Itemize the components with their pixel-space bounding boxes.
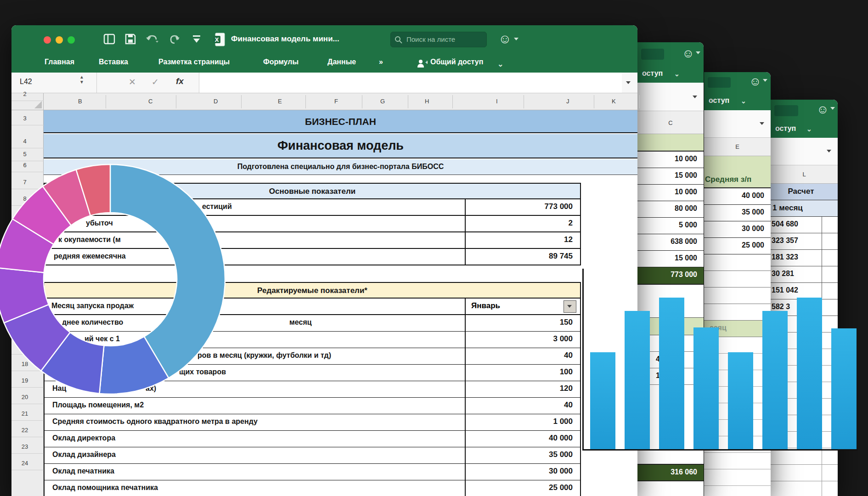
value-cell: 638 000 [637, 234, 704, 251]
ribbon-tab-1[interactable]: Главная [45, 58, 74, 66]
share-button[interactable]: Общий доступ [430, 58, 483, 66]
insert-function-icon[interactable]: fx [176, 76, 184, 86]
toggle-sidebar-icon[interactable] [103, 33, 115, 45]
column-header-I[interactable]: I [496, 98, 498, 105]
edit-label-fragment: Оклад печатника [52, 467, 114, 475]
ribbon-tab-3[interactable]: Разметка страницы [158, 58, 230, 66]
bar-8 [831, 328, 857, 449]
value-text: 323 357 [772, 237, 798, 245]
smiley-dropdown-icon[interactable] [830, 107, 835, 110]
desktop-background: ☺ оступ ⌄ L Расчет1 месяц504 680323 3571… [0, 0, 868, 496]
confirm-entry-icon[interactable]: ✓ [152, 77, 159, 87]
row-number-23[interactable]: 23 [11, 443, 38, 450]
ribbon-tab-5[interactable]: Данные [327, 58, 356, 66]
cell-divider [465, 414, 466, 431]
column-header-B[interactable]: B [78, 98, 82, 105]
smiley-dropdown-icon[interactable] [696, 51, 700, 54]
edit-label-fragment: Оклад помощника печатника [52, 484, 158, 492]
edit-row-7: Средняя стоимость одного квадратного мет… [44, 414, 581, 431]
ribbon-tab-4[interactable]: Формулы [263, 58, 299, 66]
row-number-21[interactable]: 21 [11, 410, 38, 417]
row-number-5[interactable]: 5 [11, 151, 38, 158]
edit-value: 100 [560, 367, 573, 377]
ribbon-tab-6[interactable]: » [379, 58, 383, 66]
svg-text:X: X [215, 36, 219, 43]
column-header-E[interactable]: E [278, 98, 282, 105]
formula-bar: L42 ▲▼ ✕ ✓ fx [11, 73, 637, 93]
row-number-2[interactable]: 2 [11, 90, 38, 97]
column-header-H[interactable]: H [425, 98, 429, 105]
value-cell: 25 000 [704, 238, 771, 254]
value-cell: 30 281 [771, 266, 838, 283]
row-number-4[interactable]: 4 [11, 138, 38, 145]
namebox-spinner[interactable]: ▲▼ [79, 74, 84, 85]
window4-formula-bar[interactable] [771, 138, 838, 165]
bar-4 [693, 327, 719, 449]
window2-formula-bar[interactable] [637, 83, 704, 111]
smiley-dropdown-icon[interactable] [763, 79, 767, 82]
column-header-D[interactable]: D [214, 98, 218, 105]
window2-titlebar[interactable]: ☺ [637, 42, 704, 65]
value-text: 151 042 [772, 286, 798, 294]
name-box[interactable]: L42 [20, 78, 32, 86]
undo-icon[interactable] [146, 34, 159, 45]
window4-column-header[interactable]: L [771, 165, 838, 184]
window3-ribbon: оступ ⌄ [704, 92, 771, 110]
formula-input[interactable] [199, 73, 622, 93]
share-label-tail[interactable]: оступ [642, 69, 663, 78]
share-label-tail[interactable]: оступ [709, 96, 729, 105]
value-cell: 10 000 [637, 152, 704, 168]
feedback-smiley-icon[interactable]: ☺ [817, 102, 829, 117]
chevron-down-icon[interactable]: ⌄ [741, 97, 746, 105]
share-person-icon: + [417, 59, 428, 68]
column-header-F[interactable]: F [334, 98, 338, 105]
empty-cell [771, 448, 838, 465]
column-headers[interactable]: BCDEFGHIJK [11, 93, 637, 110]
chevron-down-icon[interactable]: ⌄ [674, 70, 680, 78]
redo-icon[interactable] [169, 34, 180, 45]
column-separator [452, 95, 453, 108]
column-separator [305, 95, 306, 108]
row-number-24[interactable]: 24 [11, 460, 38, 467]
column-header-G[interactable]: G [380, 98, 385, 105]
month-dropdown-button[interactable] [564, 300, 576, 313]
print-dropdown-icon[interactable] [192, 34, 202, 45]
smiley-dropdown-icon[interactable] [514, 38, 519, 40]
save-icon[interactable] [124, 33, 136, 45]
cancel-entry-icon[interactable]: ✕ [129, 77, 136, 87]
column-divider [822, 283, 823, 299]
edit-value: 1 000 [553, 417, 573, 426]
cell-divider [465, 249, 466, 265]
feedback-smiley-icon[interactable]: ☺ [749, 74, 761, 89]
close-button[interactable] [44, 36, 51, 44]
kpi-value: 89 745 [549, 252, 573, 261]
feedback-smiley-icon[interactable]: ☺ [498, 32, 512, 46]
window2-column-header[interactable]: C [637, 111, 704, 134]
main-titlebar[interactable]: X Финансовая модель мини... Поиск на лис… [11, 25, 637, 54]
formula-collapse-icon[interactable] [693, 96, 697, 98]
zoom-button[interactable] [68, 36, 75, 44]
column-header-J[interactable]: J [566, 98, 569, 105]
cell-divider [465, 232, 466, 249]
feedback-smiley-icon[interactable]: ☺ [682, 46, 694, 61]
formula-collapse-icon[interactable] [626, 81, 631, 84]
value-cell: 151 042 [771, 283, 838, 299]
dropdown-arrow-icon [567, 305, 572, 308]
minimize-button[interactable] [56, 36, 63, 44]
row-number-22[interactable]: 22 [11, 427, 38, 434]
value-cell: 15 000 [637, 251, 704, 267]
search-input[interactable]: Поиск на листе [390, 32, 487, 47]
window3-formula-bar[interactable] [704, 110, 771, 138]
column-header-K[interactable]: K [612, 98, 616, 105]
row-number-3[interactable]: 3 [11, 115, 38, 122]
window3-column-header[interactable]: E [704, 138, 771, 156]
ribbon-tab-2[interactable]: Вставка [99, 58, 128, 66]
window4-titlebar[interactable]: ☺ [771, 100, 838, 120]
chevron-down-icon[interactable]: ⌄ [806, 125, 812, 133]
share-label-tail[interactable]: оступ [775, 124, 796, 133]
formula-collapse-icon[interactable] [760, 122, 764, 125]
column-header-C[interactable]: C [148, 98, 152, 105]
window3-titlebar[interactable]: ☺ [704, 72, 771, 92]
formula-collapse-icon[interactable] [827, 150, 831, 152]
share-chevron-icon[interactable]: ⌄ [497, 60, 503, 68]
